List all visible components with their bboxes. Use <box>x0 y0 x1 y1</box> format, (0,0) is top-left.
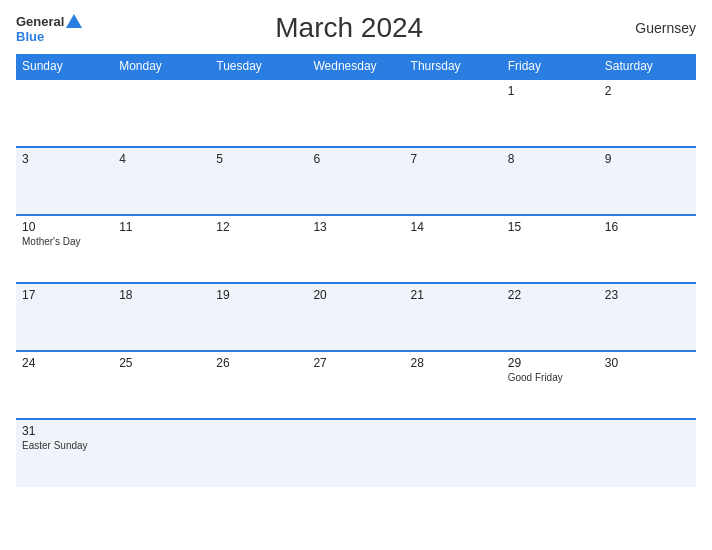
calendar-cell-w3-d4: 13 <box>307 215 404 283</box>
calendar-cell-w3-d5: 14 <box>405 215 502 283</box>
calendar-cell-w4-d7: 23 <box>599 283 696 351</box>
calendar-cell-w1-d3 <box>210 79 307 147</box>
logo-inner: General Blue <box>16 14 82 43</box>
calendar-title: March 2024 <box>82 12 616 44</box>
calendar-cell-w4-d3: 19 <box>210 283 307 351</box>
day-number: 15 <box>508 220 593 234</box>
day-number: 23 <box>605 288 690 302</box>
day-number: 18 <box>119 288 204 302</box>
col-tuesday: Tuesday <box>210 54 307 79</box>
calendar-week-4: 17181920212223 <box>16 283 696 351</box>
day-number: 6 <box>313 152 398 166</box>
calendar-cell-w3-d3: 12 <box>210 215 307 283</box>
day-number: 27 <box>313 356 398 370</box>
day-number: 31 <box>22 424 107 438</box>
logo: General Blue <box>16 14 82 43</box>
day-number: 19 <box>216 288 301 302</box>
day-number: 5 <box>216 152 301 166</box>
day-number: 30 <box>605 356 690 370</box>
day-number: 16 <box>605 220 690 234</box>
col-monday: Monday <box>113 54 210 79</box>
calendar-cell-w1-d1 <box>16 79 113 147</box>
day-number: 25 <box>119 356 204 370</box>
calendar-cell-w4-d6: 22 <box>502 283 599 351</box>
calendar-cell-w4-d5: 21 <box>405 283 502 351</box>
calendar-cell-w3-d2: 11 <box>113 215 210 283</box>
day-number: 2 <box>605 84 690 98</box>
calendar-cell-w6-d4 <box>307 419 404 487</box>
day-number: 13 <box>313 220 398 234</box>
calendar-week-1: 12 <box>16 79 696 147</box>
calendar-cell-w3-d7: 16 <box>599 215 696 283</box>
logo-triangle-icon <box>66 14 82 28</box>
col-saturday: Saturday <box>599 54 696 79</box>
day-number: 1 <box>508 84 593 98</box>
day-number: 11 <box>119 220 204 234</box>
day-number: 10 <box>22 220 107 234</box>
calendar-cell-w3-d1: 10Mother's Day <box>16 215 113 283</box>
calendar-cell-w2-d5: 7 <box>405 147 502 215</box>
calendar-header-row: Sunday Monday Tuesday Wednesday Thursday… <box>16 54 696 79</box>
calendar-cell-w2-d1: 3 <box>16 147 113 215</box>
day-number: 29 <box>508 356 593 370</box>
calendar-cell-w4-d2: 18 <box>113 283 210 351</box>
calendar-cell-w2-d3: 5 <box>210 147 307 215</box>
calendar-cell-w1-d4 <box>307 79 404 147</box>
header: General Blue March 2024 Guernsey <box>16 12 696 44</box>
day-number: 21 <box>411 288 496 302</box>
day-event: Mother's Day <box>22 236 107 247</box>
calendar-cell-w4-d4: 20 <box>307 283 404 351</box>
day-number: 24 <box>22 356 107 370</box>
calendar-cell-w5-d7: 30 <box>599 351 696 419</box>
calendar-cell-w5-d5: 28 <box>405 351 502 419</box>
calendar-cell-w4-d1: 17 <box>16 283 113 351</box>
calendar-cell-w1-d2 <box>113 79 210 147</box>
calendar-cell-w6-d5 <box>405 419 502 487</box>
day-event: Easter Sunday <box>22 440 107 451</box>
calendar-cell-w1-d5 <box>405 79 502 147</box>
calendar-week-2: 3456789 <box>16 147 696 215</box>
calendar-cell-w3-d6: 15 <box>502 215 599 283</box>
logo-blue: Blue <box>16 30 82 43</box>
calendar-cell-w6-d3 <box>210 419 307 487</box>
calendar-week-3: 10Mother's Day111213141516 <box>16 215 696 283</box>
day-event: Good Friday <box>508 372 593 383</box>
logo-row: General <box>16 14 82 30</box>
calendar-cell-w5-d1: 24 <box>16 351 113 419</box>
calendar-cell-w2-d2: 4 <box>113 147 210 215</box>
calendar-table: Sunday Monday Tuesday Wednesday Thursday… <box>16 54 696 487</box>
page: General Blue March 2024 Guernsey Sunday … <box>0 0 712 550</box>
calendar-cell-w6-d1: 31Easter Sunday <box>16 419 113 487</box>
day-number: 12 <box>216 220 301 234</box>
calendar-cell-w5-d3: 26 <box>210 351 307 419</box>
day-number: 14 <box>411 220 496 234</box>
day-number: 22 <box>508 288 593 302</box>
day-number: 8 <box>508 152 593 166</box>
col-wednesday: Wednesday <box>307 54 404 79</box>
calendar-cell-w6-d6 <box>502 419 599 487</box>
col-thursday: Thursday <box>405 54 502 79</box>
day-number: 9 <box>605 152 690 166</box>
day-number: 26 <box>216 356 301 370</box>
day-number: 3 <box>22 152 107 166</box>
col-friday: Friday <box>502 54 599 79</box>
calendar-cell-w6-d7 <box>599 419 696 487</box>
calendar-cell-w5-d4: 27 <box>307 351 404 419</box>
col-sunday: Sunday <box>16 54 113 79</box>
day-number: 17 <box>22 288 107 302</box>
day-number: 28 <box>411 356 496 370</box>
calendar-cell-w5-d6: 29Good Friday <box>502 351 599 419</box>
calendar-cell-w1-d6: 1 <box>502 79 599 147</box>
calendar-cell-w6-d2 <box>113 419 210 487</box>
calendar-cell-w2-d4: 6 <box>307 147 404 215</box>
calendar-week-6: 31Easter Sunday <box>16 419 696 487</box>
calendar-cell-w2-d7: 9 <box>599 147 696 215</box>
calendar-cell-w2-d6: 8 <box>502 147 599 215</box>
day-number: 7 <box>411 152 496 166</box>
calendar-cell-w1-d7: 2 <box>599 79 696 147</box>
region-label: Guernsey <box>616 20 696 36</box>
calendar-cell-w5-d2: 25 <box>113 351 210 419</box>
logo-general: General <box>16 15 64 28</box>
day-number: 20 <box>313 288 398 302</box>
calendar-week-5: 242526272829Good Friday30 <box>16 351 696 419</box>
